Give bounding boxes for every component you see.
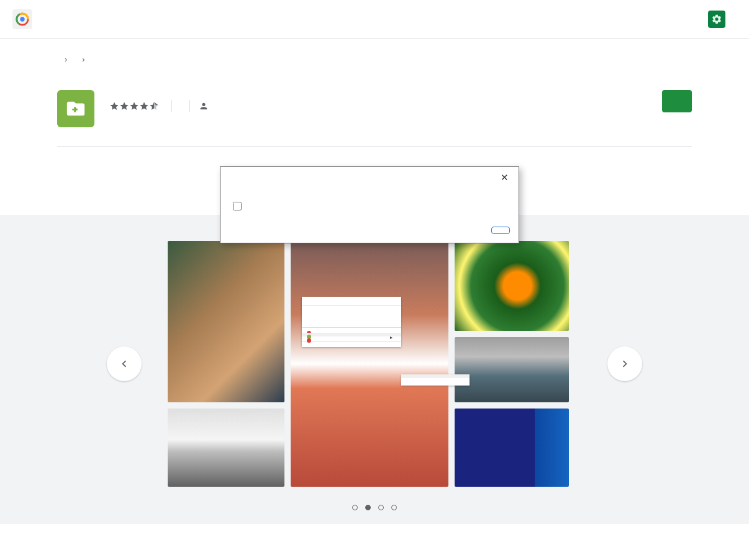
ctx-sub-item (401, 382, 470, 386)
extension-header (57, 73, 692, 147)
divider (189, 100, 190, 112)
prevent-dialogs-checkbox[interactable] (233, 202, 506, 210)
gallery-dot[interactable] (391, 505, 397, 510)
gallery-dot[interactable] (378, 505, 384, 510)
star-icon (109, 101, 119, 111)
star-icon (119, 101, 129, 111)
dialog-body (220, 188, 519, 220)
header-left (12, 9, 42, 29)
gallery-thumb (168, 241, 284, 402)
extension-icon (57, 90, 94, 127)
chevron-right-icon: › (65, 55, 67, 64)
user-count (199, 101, 214, 111)
extension-meta (109, 100, 662, 112)
ctx-item (302, 322, 401, 326)
close-icon[interactable]: ✕ (499, 172, 510, 183)
context-menu: ▸ ▸ (302, 297, 401, 347)
gallery-thumb (455, 409, 569, 487)
ok-button[interactable] (491, 227, 510, 234)
settings-icon[interactable] (708, 11, 725, 28)
star-icon (139, 101, 149, 111)
gallery-grid: ▸ ▸ (168, 241, 568, 489)
star-half-icon (149, 101, 159, 111)
gallery-main: ▸ ▸ (291, 241, 448, 487)
person-icon (199, 101, 209, 111)
ctx-item (302, 343, 401, 347)
ctx-item (302, 336, 401, 340)
star-icon (129, 101, 139, 111)
extension-info (109, 88, 662, 112)
gallery-dot-active[interactable] (365, 505, 371, 510)
chevron-left-icon (117, 357, 131, 371)
gallery-prev-button[interactable] (107, 346, 142, 381)
screenshot-gallery: ▸ ▸ (0, 215, 749, 524)
chrome-store-logo-icon (12, 9, 32, 29)
gallery-thumb (455, 241, 569, 331)
ctx-item (302, 300, 401, 304)
gallery-thumb (455, 337, 569, 402)
gallery-dots (352, 505, 397, 510)
chevron-right-icon: › (82, 55, 84, 64)
dialog-footer (220, 220, 519, 243)
store-header (0, 0, 749, 38)
gallery-dot[interactable] (352, 505, 358, 510)
svg-point-3 (20, 17, 24, 21)
breadcrumb: › › (57, 38, 692, 73)
install-button[interactable] (662, 90, 692, 112)
context-submenu (401, 374, 470, 386)
gallery-next-button[interactable] (607, 346, 642, 381)
header-right (708, 11, 737, 28)
checkbox-input[interactable] (233, 202, 242, 210)
divider (171, 100, 172, 112)
install-dialog: ✕ (220, 166, 519, 243)
dialog-header: ✕ (220, 167, 519, 188)
gallery-thumb (168, 409, 284, 487)
rating-stars[interactable] (109, 101, 163, 111)
chevron-right-icon (618, 357, 632, 371)
